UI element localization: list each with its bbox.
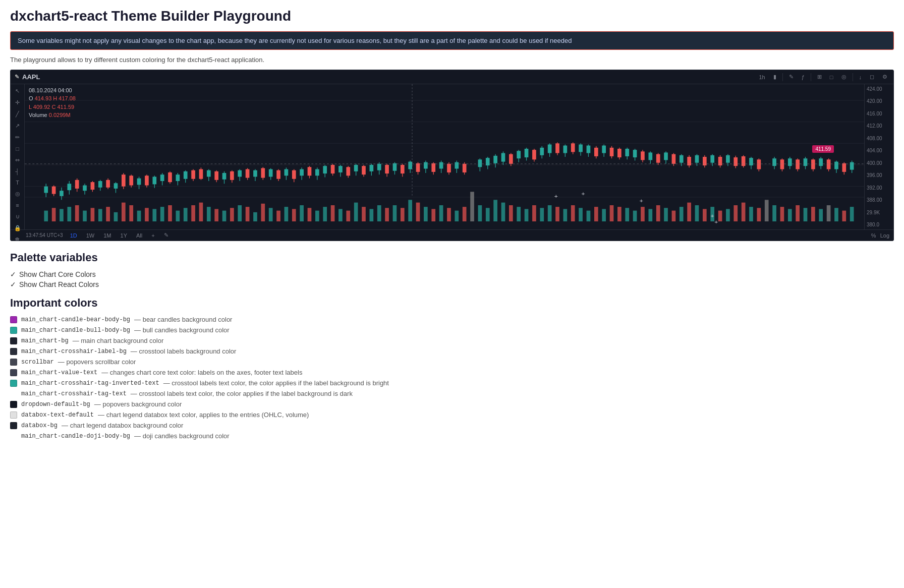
svg-rect-119 bbox=[67, 184, 71, 190]
cursor-btn[interactable]: ↖ bbox=[13, 86, 23, 96]
trash-btn[interactable]: 🗑 bbox=[13, 235, 23, 241]
color-description: — crosstool labels text color, the color… bbox=[163, 379, 389, 387]
svg-rect-101 bbox=[772, 205, 776, 221]
svg-rect-81 bbox=[617, 207, 622, 221]
layout-btn-3[interactable]: ◎ bbox=[839, 73, 849, 81]
text-btn[interactable]: T bbox=[13, 178, 23, 187]
svg-rect-18 bbox=[129, 205, 133, 221]
rect-btn[interactable]: □ bbox=[13, 144, 23, 153]
svg-rect-159 bbox=[222, 173, 227, 180]
svg-rect-203 bbox=[393, 163, 397, 171]
color-swatch bbox=[10, 380, 17, 387]
log-btn[interactable]: Log bbox=[880, 232, 889, 239]
color-swatch bbox=[10, 401, 17, 408]
period-all-btn[interactable]: All bbox=[134, 232, 144, 239]
trend-line-btn[interactable]: ╱ bbox=[13, 109, 23, 119]
svg-rect-117 bbox=[60, 191, 64, 196]
important-colors-title: Important colors bbox=[10, 297, 894, 310]
svg-rect-64 bbox=[486, 208, 490, 221]
period-edit-btn[interactable]: ✎ bbox=[162, 231, 171, 239]
svg-rect-108 bbox=[827, 205, 831, 221]
svg-rect-261 bbox=[625, 149, 629, 156]
svg-rect-283 bbox=[710, 155, 714, 163]
svg-rect-227 bbox=[493, 156, 497, 163]
color-variable-name: main_chart-bg bbox=[21, 337, 69, 344]
svg-rect-239 bbox=[540, 148, 544, 155]
timeframe-1h-btn[interactable]: 1h bbox=[757, 73, 767, 81]
svg-rect-87 bbox=[664, 208, 668, 221]
layout-btn-2[interactable]: □ bbox=[828, 73, 835, 81]
svg-rect-297 bbox=[772, 158, 776, 166]
svg-rect-183 bbox=[315, 169, 319, 176]
svg-rect-98 bbox=[749, 207, 753, 221]
ruler-btn[interactable]: ┤ bbox=[13, 167, 23, 176]
magnet-btn[interactable]: ∪ bbox=[13, 212, 23, 221]
svg-rect-41 bbox=[308, 208, 312, 221]
svg-rect-301 bbox=[788, 158, 792, 166]
svg-rect-125 bbox=[91, 182, 95, 190]
period-1m-btn[interactable]: 1M bbox=[101, 232, 113, 239]
svg-rect-37 bbox=[276, 211, 280, 221]
period-1d-btn[interactable]: 1D bbox=[68, 232, 79, 239]
svg-rect-7 bbox=[44, 211, 48, 221]
toolbar-separator-3 bbox=[853, 73, 853, 81]
svg-rect-247 bbox=[571, 143, 575, 152]
period-add-btn[interactable]: + bbox=[149, 232, 156, 239]
svg-rect-141 bbox=[152, 177, 156, 184]
svg-rect-249 bbox=[579, 144, 583, 152]
svg-rect-135 bbox=[129, 175, 133, 185]
chart-o-label: O bbox=[29, 95, 35, 101]
svg-rect-46 bbox=[346, 211, 350, 221]
color-swatch bbox=[10, 337, 17, 344]
fibonacci-btn[interactable]: ◎ bbox=[13, 189, 23, 199]
important-colors-section: Important colors main_chart-candle-bear-… bbox=[10, 297, 894, 440]
svg-rect-17 bbox=[122, 203, 126, 221]
svg-rect-199 bbox=[377, 164, 381, 170]
lock-btn[interactable]: 🔒 bbox=[13, 223, 23, 233]
svg-rect-32 bbox=[238, 205, 242, 221]
svg-rect-245 bbox=[563, 146, 568, 153]
color-item: main_chart-value-text— changes chart cor… bbox=[10, 369, 894, 376]
svg-text:+: + bbox=[710, 213, 714, 219]
settings-btn[interactable]: ⚙ bbox=[880, 73, 889, 81]
measure-btn[interactable]: ⇔ bbox=[13, 155, 23, 165]
indicator-btn[interactable]: ƒ bbox=[800, 73, 807, 81]
svg-rect-149 bbox=[184, 171, 188, 179]
color-description: — crosstool labels text color, the color… bbox=[131, 390, 353, 397]
crosshair-btn[interactable]: ✛ bbox=[13, 98, 23, 107]
svg-rect-173 bbox=[276, 170, 280, 179]
download-btn[interactable]: ↓ bbox=[857, 73, 864, 81]
color-item: dropdown-default-bg— popovers background… bbox=[10, 400, 894, 408]
period-1w-btn[interactable]: 1W bbox=[84, 232, 97, 239]
arrow-btn[interactable]: ↗ bbox=[13, 121, 23, 131]
svg-rect-91 bbox=[695, 205, 699, 221]
period-1y-btn[interactable]: 1Y bbox=[119, 232, 129, 239]
chart-main-area[interactable]: 08.10.2024 04:00 O 414.93 H 417.08 L 409… bbox=[25, 84, 864, 229]
volume-profile-btn[interactable]: ≡ bbox=[13, 201, 23, 210]
layout-btn-1[interactable]: ⊞ bbox=[815, 73, 824, 81]
react-colors-label: Show Chart React Colors bbox=[19, 280, 99, 288]
chart-type-btn[interactable]: ▮ bbox=[771, 73, 778, 81]
svg-rect-38 bbox=[285, 207, 289, 221]
svg-rect-54 bbox=[408, 200, 412, 221]
draw-tool-btn[interactable]: ✎ bbox=[787, 73, 796, 81]
color-variable-name: main_chart-crosshair-tag-inverted-text bbox=[21, 380, 159, 387]
svg-rect-79 bbox=[602, 209, 606, 221]
svg-rect-285 bbox=[718, 157, 722, 165]
volume-value: 0.0299M bbox=[49, 112, 71, 118]
svg-rect-269 bbox=[656, 154, 660, 163]
svg-rect-80 bbox=[610, 205, 614, 221]
color-variable-name: dropdown-default-bg bbox=[21, 401, 90, 408]
screenshot-btn[interactable]: ◻ bbox=[868, 73, 876, 81]
palette-section-title: Palette variables bbox=[10, 251, 894, 264]
color-description: — popovers scrollbar color bbox=[58, 358, 136, 366]
svg-rect-76 bbox=[579, 208, 583, 221]
show-core-colors-checkbox[interactable]: ✓ Show Chart Core Colors bbox=[10, 270, 894, 278]
show-react-colors-checkbox[interactable]: ✓ Show Chart React Colors bbox=[10, 280, 894, 288]
svg-rect-145 bbox=[168, 172, 172, 182]
svg-rect-106 bbox=[811, 207, 815, 221]
brush-btn[interactable]: ✏ bbox=[13, 133, 23, 142]
pct-btn[interactable]: % bbox=[871, 232, 876, 239]
color-swatch bbox=[10, 327, 17, 334]
svg-rect-121 bbox=[75, 180, 79, 189]
